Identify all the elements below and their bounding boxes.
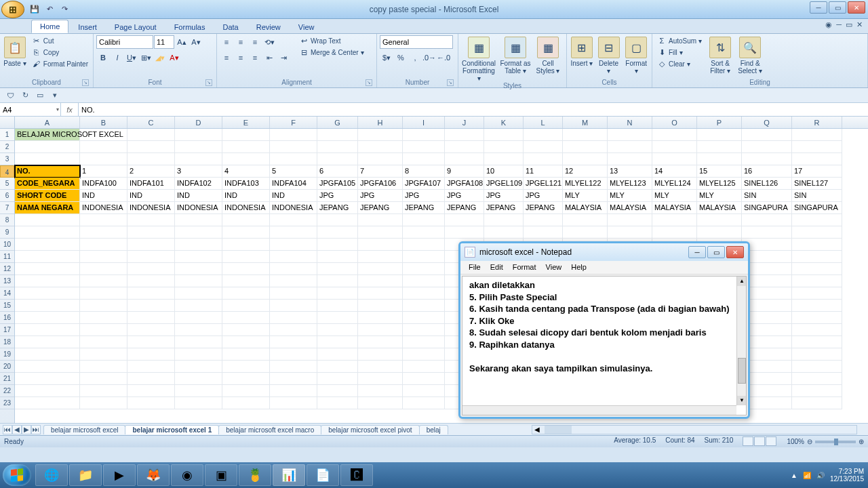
- cell-D2[interactable]: [175, 141, 222, 153]
- cell-J6[interactable]: JPG: [445, 190, 484, 202]
- cell-C17[interactable]: [127, 324, 175, 336]
- cell-N8[interactable]: [608, 214, 652, 226]
- cell-F14[interactable]: [270, 287, 317, 300]
- cell-I16[interactable]: [403, 312, 445, 324]
- cell-R15[interactable]: [792, 300, 842, 312]
- row-header-15[interactable]: 15: [0, 300, 14, 312]
- row-header-5[interactable]: 5: [0, 178, 14, 190]
- cell-G1[interactable]: [317, 129, 358, 141]
- col-header-B[interactable]: B: [80, 117, 127, 128]
- sheet-prev-icon[interactable]: ◀: [12, 425, 22, 434]
- cell-L1[interactable]: [524, 129, 563, 141]
- format-painter-button[interactable]: 🖌Format Painter: [30, 58, 90, 69]
- border-button[interactable]: ⊞▾: [139, 51, 153, 64]
- cell-C2[interactable]: [127, 141, 175, 153]
- cell-G9[interactable]: [317, 226, 358, 239]
- cell-A13[interactable]: [15, 275, 80, 287]
- notepad-minimize[interactable]: ─: [688, 246, 706, 258]
- cell-G15[interactable]: [317, 300, 358, 312]
- row-header-12[interactable]: 12: [0, 263, 14, 275]
- cell-O1[interactable]: [652, 129, 697, 141]
- cell-H12[interactable]: [358, 263, 403, 275]
- cell-E21[interactable]: [222, 373, 270, 385]
- notepad-menu-format[interactable]: Format: [509, 262, 540, 272]
- cell-M7[interactable]: MALAYSIA: [563, 202, 608, 214]
- ribbon-tab-home[interactable]: Home: [31, 20, 68, 33]
- ribbon-tab-review[interactable]: Review: [248, 21, 289, 33]
- cell-O7[interactable]: MALAYSIA: [652, 202, 697, 214]
- cell-D15[interactable]: [175, 300, 222, 312]
- maximize-button[interactable]: ▭: [829, 1, 846, 14]
- cell-E10[interactable]: [222, 239, 270, 251]
- cell-E18[interactable]: [222, 336, 270, 348]
- cell-C12[interactable]: [127, 263, 175, 275]
- cell-H11[interactable]: [358, 251, 403, 263]
- cell-A17[interactable]: [15, 324, 80, 336]
- cell-K2[interactable]: [484, 141, 524, 153]
- cell-R1[interactable]: [792, 129, 842, 141]
- col-header-G[interactable]: G: [317, 117, 358, 128]
- cell-J5[interactable]: JPGFA108: [445, 178, 484, 190]
- insert-cells-button[interactable]: ⊞Insert ▾: [570, 35, 594, 67]
- cell-R2[interactable]: [792, 141, 842, 153]
- cell-Q6[interactable]: SIN: [742, 190, 792, 202]
- cell-F4[interactable]: 5: [270, 165, 317, 178]
- col-header-C[interactable]: C: [127, 117, 175, 128]
- cell-G12[interactable]: [317, 263, 358, 275]
- cell-O4[interactable]: 14: [652, 165, 697, 178]
- notepad-vscroll[interactable]: ▲ ▼: [736, 277, 746, 405]
- align-bot-icon[interactable]: ≡: [248, 35, 262, 49]
- cell-B3[interactable]: [80, 153, 127, 165]
- cell-E14[interactable]: [222, 287, 270, 300]
- cell-E4[interactable]: 4: [222, 165, 270, 178]
- cell-F16[interactable]: [270, 312, 317, 324]
- comma-icon[interactable]: ,: [408, 51, 422, 64]
- cell-I5[interactable]: JPGFA107: [403, 178, 445, 190]
- cell-L6[interactable]: JPG: [524, 190, 563, 202]
- cell-D4[interactable]: 3: [175, 165, 222, 178]
- cell-A20[interactable]: [15, 361, 80, 373]
- ribbon-tab-formulas[interactable]: Formulas: [166, 21, 214, 33]
- notepad-window[interactable]: 📄 microsoft excel - Notepad ─ ▭ ✕ FileEd…: [458, 241, 750, 419]
- cell-A6[interactable]: SHORT CODE: [15, 190, 80, 202]
- cell-R9[interactable]: [792, 226, 842, 239]
- cell-H3[interactable]: [358, 153, 403, 165]
- cell-G23[interactable]: [317, 397, 358, 409]
- cell-G2[interactable]: [317, 141, 358, 153]
- cell-A9[interactable]: [15, 226, 80, 239]
- cell-R18[interactable]: [792, 336, 842, 348]
- cell-L2[interactable]: [524, 141, 563, 153]
- cell-N3[interactable]: [608, 153, 652, 165]
- cut-button[interactable]: ✂Cut: [30, 35, 90, 46]
- cell-R4[interactable]: 17: [792, 165, 842, 178]
- sheet-tab-3[interactable]: belajar microsoft excel pivot: [321, 425, 419, 434]
- font-name-select[interactable]: [96, 35, 153, 49]
- cond-format-button[interactable]: ▦Conditional Formatting ▾: [461, 35, 496, 82]
- cell-I8[interactable]: [403, 214, 445, 226]
- cell-N9[interactable]: [608, 226, 652, 239]
- cell-G4[interactable]: 6: [317, 165, 358, 178]
- cell-D10[interactable]: [175, 239, 222, 251]
- orientation-icon[interactable]: ⟲▾: [262, 35, 276, 49]
- cell-M5[interactable]: MLYEL122: [563, 178, 608, 190]
- cell-J3[interactable]: [445, 153, 484, 165]
- cell-C8[interactable]: [127, 214, 175, 226]
- cell-R22[interactable]: [792, 385, 842, 397]
- row-header-14[interactable]: 14: [0, 287, 14, 300]
- cell-F13[interactable]: [270, 275, 317, 287]
- close-button[interactable]: ✕: [848, 1, 865, 14]
- cell-C18[interactable]: [127, 336, 175, 348]
- cell-J7[interactable]: JEPANG: [445, 202, 484, 214]
- cell-G11[interactable]: [317, 251, 358, 263]
- shrink-font-icon[interactable]: A▾: [189, 35, 203, 49]
- cell-B15[interactable]: [80, 300, 127, 312]
- cell-E16[interactable]: [222, 312, 270, 324]
- cell-E12[interactable]: [222, 263, 270, 275]
- col-header-K[interactable]: K: [484, 117, 524, 128]
- taskbar-notepad-icon[interactable]: 📄: [307, 464, 339, 486]
- cell-I7[interactable]: JEPANG: [403, 202, 445, 214]
- clear-button[interactable]: ◇Clear ▾: [655, 58, 704, 69]
- cell-M1[interactable]: [563, 129, 608, 141]
- ribbon-tab-page-layout[interactable]: Page Layout: [106, 21, 165, 33]
- cell-E8[interactable]: [222, 214, 270, 226]
